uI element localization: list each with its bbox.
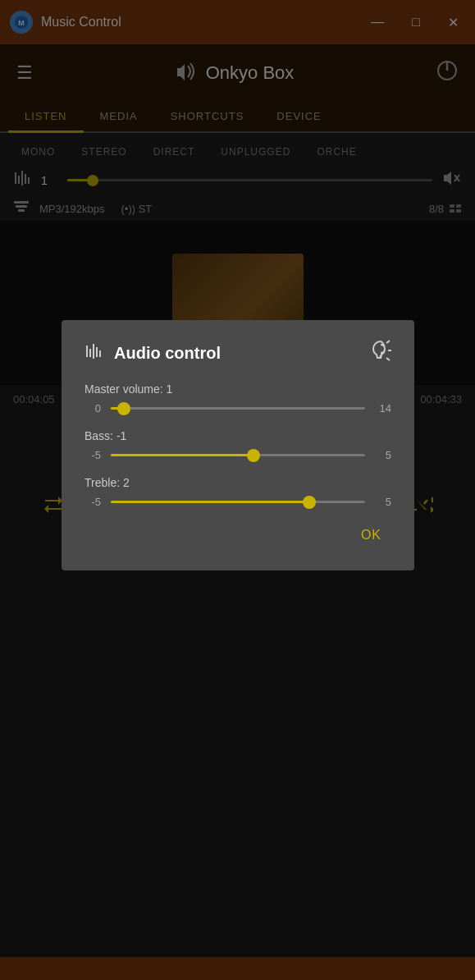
modal-title: Audio control <box>114 344 221 363</box>
svg-rect-22 <box>99 350 101 357</box>
bass-label: Bass: -1 <box>84 429 391 442</box>
master-min: 0 <box>84 402 101 414</box>
hearing-icon[interactable] <box>370 340 391 366</box>
svg-rect-18 <box>86 346 88 357</box>
treble-slider[interactable] <box>111 501 365 503</box>
svg-line-24 <box>386 341 390 343</box>
modal-ok-row: OK <box>84 523 391 547</box>
master-max: 14 <box>375 402 391 414</box>
master-volume-slider[interactable] <box>111 407 365 410</box>
svg-point-23 <box>380 355 382 358</box>
svg-rect-20 <box>93 344 94 359</box>
treble-min: -5 <box>84 496 101 508</box>
bass-max: 5 <box>375 449 391 461</box>
bass-slider-row: -5 5 <box>84 449 391 461</box>
ok-button[interactable]: OK <box>351 523 391 547</box>
bass-min: -5 <box>84 449 101 461</box>
svg-line-26 <box>386 358 390 360</box>
svg-rect-21 <box>96 347 98 357</box>
treble-max: 5 <box>375 496 391 508</box>
treble-slider-row: -5 5 <box>84 496 391 508</box>
treble-label: Treble: 2 <box>84 476 391 489</box>
bass-slider[interactable] <box>111 454 365 456</box>
master-volume-slider-row: 0 14 <box>84 402 391 414</box>
svg-rect-19 <box>89 349 91 357</box>
audio-control-modal: Audio control Master volume: 1 0 14 Bass… <box>62 320 414 570</box>
modal-eq-icon <box>84 342 103 364</box>
master-volume-label: Master volume: 1 <box>84 382 391 396</box>
modal-header: Audio control <box>84 340 391 366</box>
